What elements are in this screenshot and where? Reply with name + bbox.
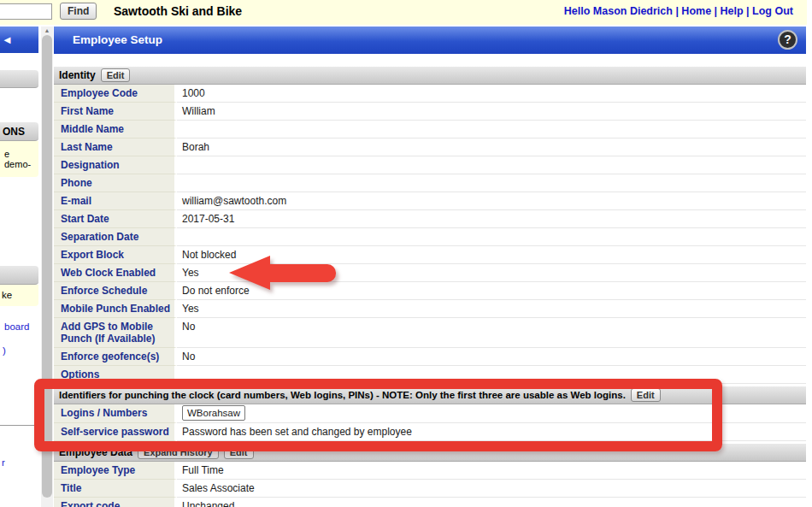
sidebar-item-link[interactable]: ) — [3, 345, 6, 356]
sidebar-section-header[interactable] — [0, 266, 38, 285]
company-title: Sawtooth Ski and Bike — [114, 4, 242, 18]
identity-section-header: Identity Edit — [54, 67, 806, 85]
sidebar-section-header[interactable] — [0, 70, 38, 88]
row-value — [177, 121, 806, 139]
row-label: Logins / Numbers — [54, 404, 177, 423]
table-row: Title Sales Associate — [54, 480, 806, 498]
main-content: Employee Setup ? Identity Edit Employee … — [54, 27, 806, 507]
greeting-link[interactable]: Hello Mason Diedrich — [564, 5, 673, 17]
row-label: Last Name — [54, 139, 177, 156]
row-label: Employee Code — [54, 85, 177, 103]
table-row: Self-service password Password has been … — [54, 423, 806, 441]
sidebar-demo-note: e demo- — [0, 141, 38, 177]
row-label: Export Block — [54, 246, 177, 264]
page-title: Employee Setup — [73, 33, 162, 46]
row-value — [177, 156, 806, 174]
row-value: Not blocked — [177, 246, 806, 264]
row-label: Designation — [54, 156, 177, 174]
identity-edit-button[interactable]: Edit — [101, 68, 131, 82]
row-label: Mobile Punch Enabled — [54, 300, 177, 318]
login-chip: WBorahsaw — [182, 405, 245, 421]
row-label: Self-service password — [54, 423, 177, 441]
identifiers-edit-button[interactable]: Edit — [631, 388, 661, 402]
table-row: Employee Code 1000 — [54, 85, 806, 103]
table-row: Logins / Numbers WBorahsaw — [54, 404, 806, 423]
top-bar: Find Sawtooth Ski and Bike Hello Mason D… — [0, 0, 807, 25]
employee-data-section-header: Employee Data Expand History Edit — [54, 444, 806, 462]
row-value: No — [177, 348, 806, 366]
row-label: Export code — [54, 498, 177, 507]
sidebar-item-link[interactable]: r — [2, 457, 5, 468]
row-label: Web Clock Enabled — [54, 264, 177, 282]
help-link[interactable]: Help — [721, 5, 744, 17]
top-links: Hello Mason Diedrich | Home | Help | Log… — [564, 5, 793, 17]
row-value: Yes — [177, 300, 806, 318]
home-link[interactable]: Home — [681, 5, 711, 17]
row-value: Password has been set and changed by emp… — [177, 423, 806, 441]
row-label: Middle Name — [54, 121, 177, 139]
sidebar-divider — [0, 425, 38, 426]
identifiers-section-header: Identifiers for punching the clock (card… — [54, 386, 806, 404]
row-label: Start Date — [54, 210, 177, 228]
sidebar-item-dashboard[interactable]: board — [4, 321, 29, 332]
table-row: Enforce geofence(s) No — [54, 348, 806, 366]
row-value — [177, 228, 806, 246]
row-value: Sales Associate — [177, 480, 806, 498]
row-label: Add GPS to Mobile Punch (If Available) — [54, 318, 177, 348]
employee-data-edit-button[interactable]: Edit — [224, 445, 254, 459]
row-label: Options — [54, 366, 177, 384]
row-value: Borah — [177, 139, 806, 156]
identity-table: Employee Code 1000 First Name William Mi… — [54, 85, 806, 384]
table-row: Options — [54, 366, 806, 384]
table-row: Last Name Borah — [54, 139, 806, 156]
row-value: Full Time — [177, 462, 806, 480]
help-icon[interactable]: ? — [778, 30, 797, 50]
row-value: Unchanged — [177, 498, 806, 507]
employee-data-table: Employee Type Full Time Title Sales Asso… — [54, 462, 806, 507]
sidebar-section-header[interactable]: ONS — [0, 122, 38, 141]
identity-title: Identity — [59, 69, 96, 81]
table-row: Designation — [54, 156, 806, 174]
row-value: William — [177, 103, 806, 121]
vertical-scrollbar[interactable]: ▲ — [41, 27, 53, 507]
scrollbar-thumb[interactable] — [42, 35, 52, 498]
table-row: Employee Type Full Time — [54, 462, 806, 480]
row-value — [177, 174, 806, 192]
row-value: Do not enforce — [177, 282, 806, 300]
scroll-up-icon[interactable]: ▲ — [41, 27, 53, 35]
row-label: Title — [54, 480, 177, 498]
logout-link[interactable]: Log Out — [752, 5, 793, 17]
separator: | — [711, 5, 720, 17]
row-label: Phone — [54, 174, 177, 192]
row-value: 2017-05-31 — [177, 210, 806, 228]
row-value: william@sawtooth.com — [177, 192, 806, 210]
row-label: Enforce Schedule — [54, 282, 177, 300]
find-button[interactable]: Find — [60, 3, 97, 20]
expand-history-button[interactable]: Expand History — [138, 445, 219, 459]
row-label: E-mail — [54, 192, 177, 210]
table-row: First Name William — [54, 103, 806, 121]
table-row: Middle Name — [54, 121, 806, 139]
table-row: Separation Date — [54, 228, 806, 246]
row-value: 1000 — [177, 85, 806, 103]
employee-data-title: Employee Data — [59, 446, 132, 458]
table-row: Export Block Not blocked — [54, 246, 806, 264]
table-row: Export code Unchanged — [54, 498, 806, 507]
table-row: Mobile Punch Enabled Yes — [54, 300, 806, 318]
separator: | — [744, 5, 752, 17]
row-label: Employee Type — [54, 462, 177, 480]
row-value: WBorahsaw — [177, 404, 806, 423]
row-label: Separation Date — [54, 228, 177, 246]
page-header-bar: Employee Setup ? — [54, 27, 806, 54]
table-row: Add GPS to Mobile Punch (If Available) N… — [54, 318, 806, 348]
sidebar-active-item[interactable]: ke — [0, 285, 38, 306]
row-label: First Name — [54, 103, 177, 121]
table-row: E-mail william@sawtooth.com — [54, 192, 806, 210]
table-row: Start Date 2017-05-31 — [54, 210, 806, 228]
row-value: Yes — [177, 264, 806, 282]
separator: | — [673, 5, 681, 17]
find-input[interactable] — [0, 3, 52, 20]
table-row: Web Clock Enabled Yes — [54, 264, 806, 282]
row-label: Enforce geofence(s) — [54, 348, 177, 366]
collapse-sidebar-icon[interactable]: ◄ — [2, 34, 13, 45]
